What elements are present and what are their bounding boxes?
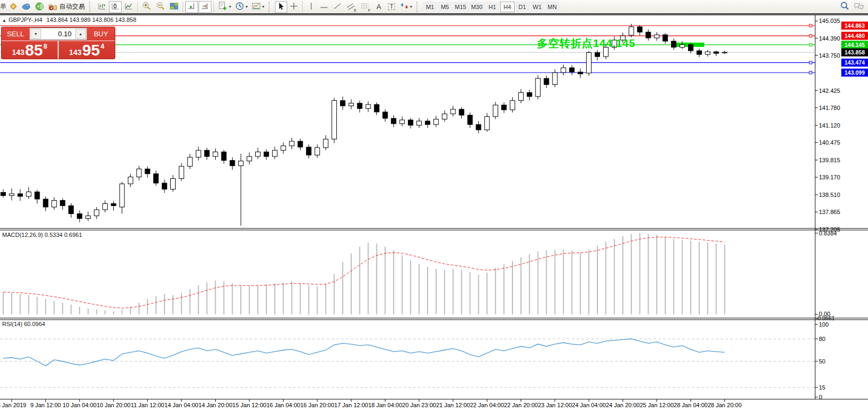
toolbar: 单 自动交易 ▾ ▾ ▾ E F A T ▾ M1M: [0, 0, 868, 14]
toolbar-grip: [269, 2, 273, 12]
zoom-in-icon: [141, 1, 152, 12]
line-chart-button[interactable]: [122, 1, 135, 13]
channel-button[interactable]: E: [344, 1, 358, 13]
text-label-button[interactable]: T: [385, 1, 398, 13]
timeframe-button-MN[interactable]: MN: [545, 2, 559, 12]
volume-input[interactable]: 0.10: [42, 28, 75, 39]
svg-text:139.170: 139.170: [819, 174, 840, 180]
candlestick-chart-button[interactable]: [109, 1, 122, 13]
indicators-button[interactable]: ▾: [216, 1, 233, 13]
sell-price-button[interactable]: 143 85 8: [2, 41, 58, 59]
svg-text:20 Jan 23:00: 20 Jan 23:00: [402, 402, 436, 408]
arrows-button[interactable]: ▾: [398, 1, 414, 13]
chart-area[interactable]: 145.035144.390143.750142.425141.780141.1…: [0, 0, 868, 412]
market-watch-button[interactable]: [20, 1, 33, 13]
macd-header: MACD(12,26,9) 0.5334 0.6961: [2, 232, 82, 238]
svg-text:145.035: 145.035: [819, 18, 840, 24]
history-center-button[interactable]: [7, 1, 19, 13]
line-chart-icon: [124, 2, 133, 12]
templates-button[interactable]: ▾: [250, 1, 266, 13]
chart-shift-icon: [200, 2, 210, 12]
chat-icon: [854, 2, 864, 12]
timeframe-button-H4[interactable]: H4: [500, 2, 515, 12]
periods-button[interactable]: ▾: [233, 1, 249, 13]
svg-text:0.8384: 0.8384: [819, 230, 837, 236]
svg-text:144.863: 144.863: [845, 22, 865, 29]
timeframe-button-M30[interactable]: M30: [469, 2, 484, 12]
buy-price-prefix: 143: [69, 49, 82, 56]
tile-windows-icon: [169, 2, 179, 12]
timeframe-button-M15[interactable]: M15: [453, 2, 468, 12]
horizontal-line-icon: [319, 2, 329, 12]
price-level-labels: 144.863144.480144.145143.858143.474143.0…: [809, 22, 868, 77]
add-indicator-icon: [218, 1, 228, 12]
svg-text:144.480: 144.480: [845, 33, 865, 39]
template-icon: [251, 2, 261, 12]
signal-icon: [35, 2, 44, 12]
chat-button[interactable]: [852, 1, 866, 13]
trendline-icon: [333, 2, 342, 12]
svg-text:0: 0: [819, 394, 822, 400]
timeframe-button-M1[interactable]: M1: [423, 2, 437, 12]
dropdown-caret-icon: ▾: [246, 4, 248, 9]
trade-panel-price-row: 143 85 8 143 95 4: [2, 41, 115, 59]
svg-text:141.120: 141.120: [819, 122, 840, 129]
bar-chart-icon: [97, 2, 107, 12]
search-button[interactable]: [838, 1, 851, 13]
fibonacci-button[interactable]: F: [359, 1, 372, 13]
ohlc-values: 143.864 143.989 143.806 143.858: [46, 17, 136, 23]
crosshair-button[interactable]: [288, 1, 300, 13]
toolbar-grip: [89, 2, 93, 12]
svg-text:23 Jan 12:00: 23 Jan 12:00: [538, 402, 572, 408]
channel-e-label: E: [354, 9, 357, 12]
crosshair-icon: [289, 2, 298, 12]
volume-increase-button[interactable]: ▲: [75, 29, 86, 39]
volume-stepper: ▼ 0.10 ▲: [29, 28, 87, 40]
toolbar-separator: [137, 2, 138, 12]
timeframe-button-H1[interactable]: H1: [485, 2, 500, 12]
dropdown-caret-icon: ▾: [262, 4, 264, 9]
horizontal-line-button[interactable]: [318, 1, 330, 13]
svg-text:100: 100: [819, 321, 828, 328]
zoom-in-button[interactable]: [140, 1, 153, 13]
auto-scroll-button[interactable]: [185, 1, 198, 13]
new-order-button[interactable]: 单: [0, 1, 6, 13]
rsi-pane: 1008050150: [0, 321, 828, 400]
cloud-icon: [21, 2, 31, 12]
chart-annotation-text[interactable]: 多空转折点144.145: [537, 36, 635, 51]
timeframe-button-W1[interactable]: W1: [530, 2, 545, 12]
svg-text:22 Jan 20:00: 22 Jan 20:00: [504, 402, 538, 408]
buy-price-button[interactable]: 143 95 4: [58, 41, 115, 59]
text-button[interactable]: A: [373, 1, 385, 13]
sell-button[interactable]: SELL: [2, 27, 29, 41]
buy-button[interactable]: BUY: [87, 27, 115, 41]
cursor-button[interactable]: [275, 1, 287, 13]
svg-text:143.858: 143.858: [845, 49, 865, 56]
bar-chart-button[interactable]: [96, 1, 108, 13]
buy-price-sup: 4: [100, 43, 104, 50]
timeframe-button-M5[interactable]: M5: [438, 2, 452, 12]
vertical-line-button[interactable]: [305, 1, 317, 13]
timeframe-button-D1[interactable]: D1: [515, 2, 530, 12]
svg-text:14 Jan 20:00: 14 Jan 20:00: [199, 402, 233, 408]
symbol-label: GBPJPY-,H4: [9, 17, 42, 23]
macd-signal-line: [3, 237, 725, 308]
svg-text:10 Jan 04:00: 10 Jan 04:00: [62, 402, 97, 408]
search-icon: [840, 1, 850, 12]
sell-price-big: 85: [25, 44, 43, 57]
auto-trading-icon: [48, 2, 58, 12]
chart-shift-button[interactable]: [199, 1, 211, 13]
svg-text:8 Jan 2019: 8 Jan 2019: [0, 402, 26, 408]
volume-decrease-button[interactable]: ▼: [30, 29, 41, 39]
signals-button[interactable]: [33, 1, 46, 13]
auto-trading-button[interactable]: 自动交易: [46, 1, 86, 13]
trendline-button[interactable]: [331, 1, 344, 13]
svg-text:139.815: 139.815: [819, 157, 840, 163]
svg-text:144.390: 144.390: [819, 35, 840, 42]
dropdown-caret-icon: ▾: [229, 4, 231, 9]
tile-windows-button[interactable]: [168, 1, 180, 13]
zoom-out-button[interactable]: [154, 1, 167, 13]
toolbar-separator: [214, 2, 214, 12]
mt4-window: 145.035144.390143.750142.425141.780141.1…: [0, 0, 868, 412]
collapse-arrow-icon: ▲: [2, 18, 6, 23]
